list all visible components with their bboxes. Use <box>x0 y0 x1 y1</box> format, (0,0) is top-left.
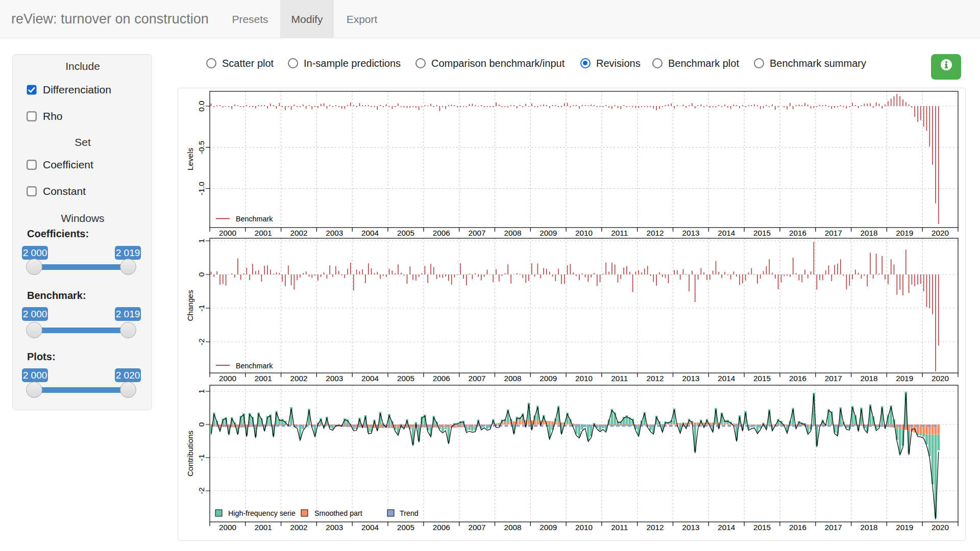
svg-text:2010: 2010 <box>575 229 593 237</box>
svg-text:2009: 2009 <box>540 523 557 532</box>
svg-text:2012: 2012 <box>647 229 664 237</box>
svg-text:2013: 2013 <box>682 374 699 383</box>
svg-text:2004: 2004 <box>361 229 379 237</box>
svg-text:2003: 2003 <box>326 523 343 532</box>
svg-text:High-frequency serie: High-frequency serie <box>228 509 296 517</box>
svg-text:2003: 2003 <box>326 374 343 383</box>
svg-text:2011: 2011 <box>611 374 628 383</box>
svg-text:2013: 2013 <box>682 229 699 237</box>
svg-text:2019: 2019 <box>896 523 913 532</box>
svg-text:2005: 2005 <box>397 523 414 532</box>
svg-text:Smoothed part: Smoothed part <box>314 509 362 517</box>
svg-text:Levels: Levels <box>186 148 194 171</box>
svg-text:2003: 2003 <box>326 229 343 237</box>
svg-text:Contributions: Contributions <box>186 431 194 477</box>
svg-text:2018: 2018 <box>860 374 877 383</box>
svg-text:2020: 2020 <box>932 374 949 383</box>
svg-text:2004: 2004 <box>361 374 379 383</box>
svg-text:2016: 2016 <box>789 229 806 237</box>
svg-text:2000: 2000 <box>219 523 236 532</box>
svg-text:Benchmark: Benchmark <box>236 215 273 223</box>
svg-text:2002: 2002 <box>290 229 307 237</box>
svg-text:2001: 2001 <box>255 523 272 532</box>
svg-text:2000: 2000 <box>219 229 236 237</box>
svg-text:Benchmark: Benchmark <box>236 362 273 370</box>
svg-text:-2: -2 <box>197 338 206 345</box>
svg-text:2012: 2012 <box>647 523 664 532</box>
svg-text:2012: 2012 <box>647 374 664 383</box>
svg-text:2019: 2019 <box>896 229 913 237</box>
svg-text:2019: 2019 <box>896 374 913 383</box>
svg-text:2005: 2005 <box>397 374 414 383</box>
svg-text:2000: 2000 <box>219 374 236 383</box>
svg-text:Trend: Trend <box>400 509 419 517</box>
svg-text:2006: 2006 <box>433 229 450 237</box>
svg-text:2017: 2017 <box>825 229 842 237</box>
svg-text:2015: 2015 <box>753 374 771 383</box>
svg-text:2010: 2010 <box>575 523 593 532</box>
svg-text:2016: 2016 <box>789 523 806 532</box>
svg-text:2006: 2006 <box>433 523 450 532</box>
svg-text:2001: 2001 <box>255 374 272 383</box>
svg-text:2020: 2020 <box>932 523 949 532</box>
svg-text:2007: 2007 <box>469 374 486 383</box>
svg-text:2009: 2009 <box>540 374 557 383</box>
svg-text:2007: 2007 <box>469 523 486 532</box>
svg-text:-1.0: -1.0 <box>197 182 206 195</box>
svg-text:2010: 2010 <box>575 374 593 383</box>
svg-text:0.0: 0.0 <box>197 101 206 111</box>
svg-text:2008: 2008 <box>504 229 521 237</box>
svg-text:2008: 2008 <box>504 523 521 532</box>
svg-text:2011: 2011 <box>611 523 628 532</box>
svg-text:2011: 2011 <box>611 229 628 237</box>
svg-text:2009: 2009 <box>540 229 557 237</box>
svg-text:-2: -2 <box>197 487 206 494</box>
svg-text:2001: 2001 <box>255 229 272 237</box>
svg-text:2017: 2017 <box>825 523 842 532</box>
svg-text:Changes: Changes <box>186 290 194 321</box>
svg-text:2018: 2018 <box>860 523 877 532</box>
svg-text:2020: 2020 <box>932 229 949 237</box>
svg-text:2018: 2018 <box>860 229 877 237</box>
svg-text:1: 1 <box>197 239 206 243</box>
svg-text:2015: 2015 <box>753 229 771 237</box>
svg-text:2005: 2005 <box>397 229 414 237</box>
svg-text:2014: 2014 <box>718 523 736 532</box>
svg-text:-1: -1 <box>197 305 206 312</box>
svg-text:2013: 2013 <box>682 523 699 532</box>
svg-text:2014: 2014 <box>718 374 736 383</box>
svg-text:0: 0 <box>197 422 206 427</box>
svg-text:2006: 2006 <box>433 374 450 383</box>
svg-text:0: 0 <box>197 272 206 277</box>
svg-text:2002: 2002 <box>290 374 307 383</box>
svg-text:2014: 2014 <box>718 229 736 237</box>
svg-text:2007: 2007 <box>469 229 486 237</box>
svg-text:2002: 2002 <box>290 523 307 532</box>
svg-text:2008: 2008 <box>504 374 521 383</box>
svg-text:2017: 2017 <box>825 374 842 383</box>
svg-text:2015: 2015 <box>753 523 771 532</box>
svg-text:2016: 2016 <box>789 374 806 383</box>
svg-text:-0.5: -0.5 <box>197 141 206 154</box>
svg-text:1: 1 <box>197 389 206 394</box>
svg-text:2004: 2004 <box>361 523 379 532</box>
svg-text:-1: -1 <box>197 454 206 461</box>
